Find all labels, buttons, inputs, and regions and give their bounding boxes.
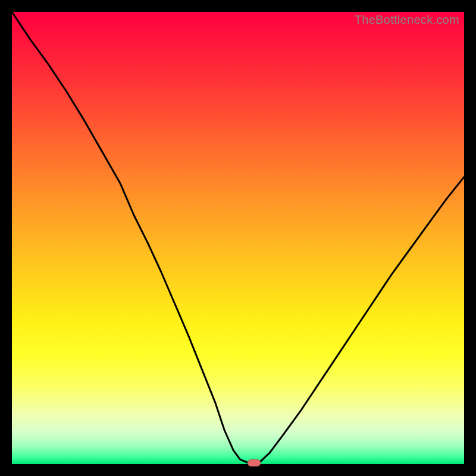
plot-area: TheBottleneck.com — [12, 12, 464, 464]
optimal-marker — [248, 459, 261, 466]
curve-svg — [12, 12, 464, 464]
bottleneck-curve — [12, 12, 464, 463]
chart-frame: TheBottleneck.com — [0, 0, 476, 476]
